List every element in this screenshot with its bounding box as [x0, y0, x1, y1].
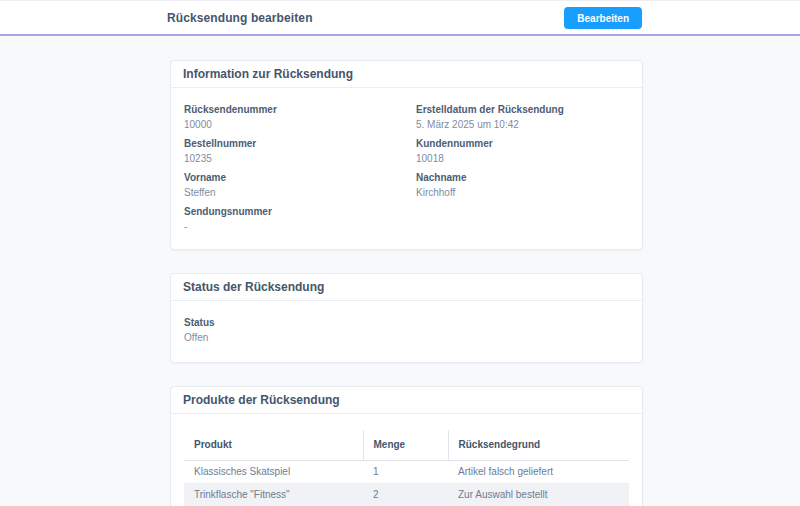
smart-bar: Rücksendung bearbeiten Bearbeiten: [0, 0, 800, 36]
field-value: Steffen: [184, 187, 416, 199]
field-tracking-number: Sendungsnummer -: [184, 206, 416, 233]
edit-button[interactable]: Bearbeiten: [564, 7, 642, 29]
card-return-information: Information zur Rücksendung Rücksendenum…: [170, 60, 643, 250]
field-value: Offen: [184, 332, 629, 344]
card-return-products: Produkte der Rücksendung Produkt Menge R…: [170, 386, 643, 506]
field-first-name: Vorname Steffen: [184, 172, 416, 199]
field-label: Erstelldatum der Rücksendung: [416, 104, 629, 116]
card-header: Produkte der Rücksendung: [171, 387, 642, 414]
field-grid: Rücksendenummer 10000 Erstelldatum der R…: [184, 104, 629, 233]
field-status: Status Offen: [184, 317, 629, 344]
cell-quantity: 2: [363, 483, 448, 506]
field-return-number: Rücksendenummer 10000: [184, 104, 416, 131]
cell-return-reason: Artikel falsch geliefert: [448, 460, 629, 483]
card-body: Rücksendenummer 10000 Erstelldatum der R…: [171, 88, 642, 249]
field-label: Kundennummer: [416, 138, 629, 150]
field-value: 5. März 2025 um 10:42: [416, 119, 629, 131]
field-label: Vorname: [184, 172, 416, 184]
products-table: Produkt Menge Rücksendegrund Klassisches…: [184, 430, 629, 506]
field-value: 10235: [184, 153, 416, 165]
field-value: 10000: [184, 119, 416, 131]
cell-quantity: 1: [363, 460, 448, 483]
card-title: Status der Rücksendung: [183, 280, 324, 294]
field-label: Bestellnummer: [184, 138, 416, 150]
card-header: Information zur Rücksendung: [171, 61, 642, 88]
field-customer-number: Kundennummer 10018: [416, 138, 629, 165]
card-title: Produkte der Rücksendung: [183, 393, 340, 407]
page-title: Rücksendung bearbeiten: [167, 11, 313, 25]
card-return-status: Status der Rücksendung Status Offen: [170, 273, 643, 363]
column-header-return-reason: Rücksendegrund: [448, 430, 629, 460]
field-label: Nachname: [416, 172, 629, 184]
column-header-product: Produkt: [184, 430, 363, 460]
column-header-quantity: Menge: [363, 430, 448, 460]
field-label: Status: [184, 317, 629, 329]
field-value: Kirchhoff: [416, 187, 629, 199]
card-header: Status der Rücksendung: [171, 274, 642, 301]
field-label: Sendungsnummer: [184, 206, 416, 218]
table-row[interactable]: Trinkflasche "Fitness" 2 Zur Auswahl bes…: [184, 483, 629, 506]
field-created-date: Erstelldatum der Rücksendung 5. März 202…: [416, 104, 629, 131]
cell-product: Trinkflasche "Fitness": [184, 483, 363, 506]
main-content: Information zur Rücksendung Rücksendenum…: [170, 60, 643, 506]
card-title: Information zur Rücksendung: [183, 67, 353, 81]
cell-return-reason: Zur Auswahl bestellt: [448, 483, 629, 506]
field-value: -: [184, 221, 416, 233]
card-body: Produkt Menge Rücksendegrund Klassisches…: [171, 414, 642, 506]
table-header-row: Produkt Menge Rücksendegrund: [184, 430, 629, 460]
cell-product: Klassisches Skatspiel: [184, 460, 363, 483]
smart-bar-content: Rücksendung bearbeiten Bearbeiten: [167, 1, 642, 34]
table-row[interactable]: Klassisches Skatspiel 1 Artikel falsch g…: [184, 460, 629, 483]
card-body: Status Offen: [171, 301, 642, 362]
field-order-number: Bestellnummer 10235: [184, 138, 416, 165]
field-last-name: Nachname Kirchhoff: [416, 172, 629, 199]
field-value: 10018: [416, 153, 629, 165]
field-label: Rücksendenummer: [184, 104, 416, 116]
